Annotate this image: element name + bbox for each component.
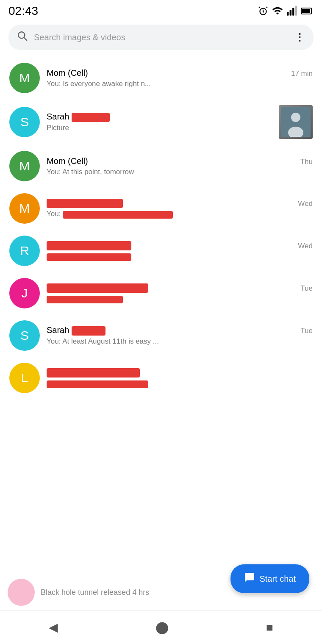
battery-icon	[301, 6, 314, 17]
wifi-icon	[272, 6, 283, 17]
back-button[interactable]: ◀	[40, 616, 67, 638]
conv-name	[47, 241, 131, 251]
avatar: M	[9, 63, 40, 93]
svg-point-10	[291, 113, 300, 122]
conv-content: Mom (Cell) Thu You: At this point, tomor…	[47, 156, 313, 176]
conv-name: Sarah	[47, 112, 110, 122]
navigation-bar: ◀ ⬤ ■	[0, 610, 322, 644]
status-time: 02:43	[8, 4, 38, 18]
conv-thumbnail	[279, 105, 313, 139]
search-placeholder: Search images & videos	[34, 33, 289, 42]
start-chat-label: Start chat	[259, 574, 296, 584]
home-button[interactable]: ⬤	[147, 616, 177, 638]
list-item[interactable]: L	[4, 357, 318, 399]
svg-point-7	[18, 32, 25, 38]
list-item[interactable]: R Wed	[4, 230, 318, 272]
avatar: S	[9, 320, 40, 351]
conv-preview: You: Is everyone awake right n...	[47, 80, 313, 88]
conv-preview	[47, 379, 313, 388]
start-chat-button[interactable]: Start chat	[230, 564, 309, 593]
svg-rect-3	[292, 8, 294, 15]
avatar: M	[9, 193, 40, 224]
conv-name: Sarah	[47, 325, 105, 336]
conv-name	[47, 283, 148, 293]
conv-name: Mom (Cell)	[47, 68, 88, 78]
svg-rect-6	[302, 9, 310, 13]
search-bar[interactable]: Search images & videos ⋮	[8, 25, 314, 50]
conv-content: Wed	[47, 241, 313, 261]
conv-content: Mom (Cell) 17 min You: Is everyone awake…	[47, 68, 313, 88]
conv-name	[47, 368, 140, 378]
conv-preview: Picture	[47, 124, 272, 132]
avatar: M	[9, 151, 40, 181]
list-item[interactable]: J Tue	[4, 272, 318, 314]
conv-time: Wed	[298, 200, 313, 208]
conv-name: Mom (Cell)	[47, 156, 88, 166]
conv-preview: You: At least August 11th is easy ...	[47, 337, 313, 346]
conv-content	[47, 368, 313, 389]
conv-time: Wed	[298, 242, 313, 250]
search-icon	[17, 31, 28, 44]
conv-content: Sarah Picture	[47, 112, 272, 132]
list-item[interactable]: S Sarah Picture	[4, 99, 318, 145]
conv-content: Sarah Tue You: At least August 11th is e…	[47, 325, 313, 346]
conv-preview	[47, 252, 313, 261]
conversation-list: M Mom (Cell) 17 min You: Is everyone awa…	[0, 57, 322, 399]
svg-line-8	[24, 37, 27, 41]
conv-content: Tue	[47, 283, 313, 304]
status-bar: 02:43	[0, 0, 322, 21]
conv-content: Wed You:	[47, 198, 313, 219]
hint-text: Black hole tunnel released 4 hrs	[41, 588, 149, 597]
svg-rect-2	[290, 10, 291, 16]
avatar: J	[9, 278, 40, 308]
list-item[interactable]: M Mom (Cell) 17 min You: Is everyone awa…	[4, 57, 318, 99]
list-item[interactable]: S Sarah Tue You: At least August 11th is…	[4, 314, 318, 357]
list-item[interactable]: M Wed You:	[4, 187, 318, 230]
hint-avatar	[8, 579, 35, 606]
conv-name	[47, 198, 123, 208]
signal-icon	[286, 6, 297, 17]
list-item[interactable]: M Mom (Cell) Thu You: At this point, tom…	[4, 145, 318, 187]
conv-time: Tue	[300, 327, 313, 335]
svg-rect-1	[287, 12, 289, 16]
avatar: S	[9, 107, 40, 137]
alarm-icon	[258, 6, 269, 17]
conv-preview: You: At this point, tomorrow	[47, 168, 313, 176]
conv-preview: You:	[47, 210, 313, 219]
conv-preview	[47, 294, 313, 303]
avatar: L	[9, 363, 40, 393]
more-options-icon[interactable]: ⋮	[294, 31, 305, 43]
status-icons	[258, 6, 314, 17]
thumbnail-image	[279, 105, 313, 139]
avatar: R	[9, 236, 40, 266]
svg-rect-4	[295, 6, 297, 16]
bottom-hint[interactable]: Black hole tunnel released 4 hrs	[0, 575, 178, 610]
conv-time: Tue	[300, 284, 313, 293]
conv-time: 17 min	[291, 69, 313, 78]
recents-button[interactable]: ■	[258, 616, 282, 638]
conv-time: Thu	[300, 158, 313, 166]
start-chat-icon	[244, 572, 255, 586]
